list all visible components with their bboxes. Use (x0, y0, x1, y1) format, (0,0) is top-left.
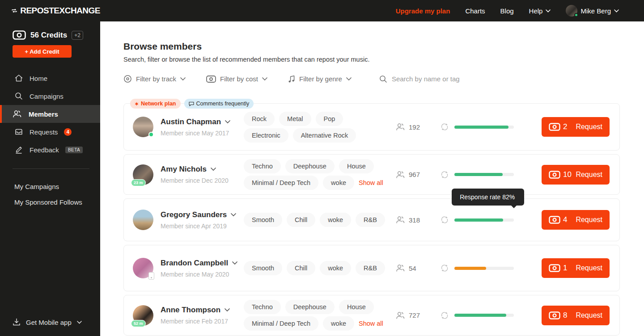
genre-chip: Pop (316, 112, 343, 126)
chevron-down-icon (77, 321, 82, 324)
member-name[interactable]: Amy Nichols (161, 165, 244, 174)
request-cost: 1 (563, 264, 567, 273)
repost-icon (441, 264, 449, 273)
followers-icon (396, 215, 406, 224)
comments-frequently-badge: Comments frequently (184, 99, 254, 109)
credit-icon (549, 171, 560, 179)
followers-count: 54 (396, 264, 431, 273)
request-cost: 10 (563, 170, 572, 179)
request-button[interactable]: 4 Request (542, 210, 610, 230)
response-rate-bar[interactable] (454, 173, 514, 176)
chevron-down-icon (180, 77, 186, 81)
request-button[interactable]: 8 Request (542, 306, 610, 325)
members-list: Network plan Comments frequently Austin … (123, 103, 620, 336)
top-navigation: Upgrade my plan Charts Blog Help Mike Be… (396, 5, 644, 17)
genre-chips: Techno Deephouse House Minimal / Deep Te… (244, 159, 396, 190)
repost-icon (441, 170, 449, 179)
request-label: Request (576, 216, 602, 224)
response-rate-tooltip: Response rate 82% (452, 189, 524, 206)
sidebar-item-my-campaigns[interactable]: My Campaigns (0, 179, 100, 194)
help-menu[interactable]: Help (529, 7, 551, 15)
member-row: 23 m Amy Nichols Member since Dec 2020 T… (123, 154, 620, 195)
genre-chip: Smooth (244, 213, 282, 227)
request-button[interactable]: 2 Request (542, 117, 610, 137)
response-rate-bar[interactable] (454, 314, 514, 317)
credit-icon (549, 264, 560, 272)
member-name-label: Brandon Campbell (161, 259, 228, 268)
request-cost: 8 (563, 311, 567, 320)
filter-by-genre[interactable]: Filter by genre (288, 75, 352, 83)
repostexchange-logo[interactable]: REPOSTEXCHANGE (0, 6, 100, 16)
member-name[interactable]: Anne Thompson (161, 306, 244, 315)
member-name[interactable]: Gregory Saunders (161, 210, 244, 219)
genre-chip: R&B (356, 261, 385, 275)
last-seen-badge: 52 m (131, 320, 146, 327)
member-avatar[interactable]: 23 m (133, 164, 153, 185)
repost-icon (441, 215, 449, 224)
sidebar-item-home[interactable]: Home (0, 69, 100, 87)
genre-chip: woke (320, 261, 351, 275)
genre-chip: House (339, 300, 374, 314)
credit-icon (549, 123, 560, 131)
sidebar-item-requests[interactable]: Requests 4 (0, 123, 100, 141)
member-avatar[interactable] (133, 117, 153, 137)
star-icon (135, 102, 139, 106)
sidebar-item-my-sponsored-follows[interactable]: My Sponsored Follows (0, 194, 100, 210)
member-row: 52 m Anne Thompson Member since Feb 2017… (123, 295, 620, 336)
sidebar-item-feedback[interactable]: Feedback BETA (0, 141, 100, 159)
chevron-down-icon (225, 120, 230, 124)
show-all-link[interactable]: Show all (359, 320, 383, 327)
filter-by-cost[interactable]: Filter by cost (206, 75, 267, 83)
page-subtitle: Search, filter or browse the list of rec… (123, 56, 620, 63)
track-record-icon (123, 75, 132, 83)
credits-count: 56 Credits (30, 31, 67, 40)
online-status-dot (574, 13, 578, 17)
response-rate-cell: Response rate 82% (431, 215, 514, 224)
response-rate-cell (431, 311, 514, 320)
user-name: Mike Berg (580, 7, 611, 15)
genre-chip: Smooth (244, 261, 282, 275)
genre-chip: Alternative Rock (293, 128, 356, 143)
member-avatar[interactable]: 52 m (133, 305, 153, 326)
filter-label: Filter by cost (220, 75, 258, 83)
sidebar-divider (13, 168, 89, 169)
genre-chip: Chill (287, 261, 315, 275)
sidebar-item-members[interactable]: Members (0, 105, 100, 123)
sidebar-item-campaigns[interactable]: Campaigns (0, 87, 100, 105)
get-mobile-app[interactable]: Get Mobile app (13, 318, 82, 326)
response-rate-fill (454, 314, 506, 317)
filter-label: Filter by track (136, 75, 176, 83)
chevron-down-icon (546, 9, 551, 13)
add-credit-button[interactable]: + Add Credit (13, 45, 72, 58)
filter-by-track[interactable]: Filter by track (123, 75, 186, 83)
genre-chip: R&B (356, 213, 385, 227)
request-cost: 4 (563, 215, 567, 224)
response-rate-bar[interactable] (454, 126, 514, 129)
user-menu[interactable]: Mike Berg (566, 5, 619, 17)
response-rate-bar[interactable]: Response rate 82% (454, 218, 514, 222)
member-avatar[interactable] (133, 258, 153, 278)
followers-count: 318 (396, 215, 431, 224)
response-rate-bar[interactable] (454, 267, 514, 270)
show-all-link[interactable]: Show all (359, 179, 383, 186)
search-input[interactable] (392, 75, 517, 83)
charts-link[interactable]: Charts (465, 7, 485, 15)
sidebar-item-label: Feedback (30, 146, 59, 154)
blog-link[interactable]: Blog (500, 7, 514, 15)
sidebar-item-label: Home (30, 75, 47, 82)
member-name[interactable]: Austin Chapman (161, 118, 244, 126)
page-title: Browse members (123, 41, 620, 52)
member-row: Brandon Campbell Member since May 2020 S… (123, 245, 620, 291)
upgrade-plan-link[interactable]: Upgrade my plan (396, 7, 450, 15)
member-avatar[interactable] (133, 210, 153, 230)
member-name[interactable]: Brandon Campbell (161, 259, 244, 268)
request-button[interactable]: 1 Request (542, 258, 610, 278)
followers-number: 54 (409, 265, 416, 272)
chevron-down-icon (614, 9, 619, 13)
sidebar-item-label: Campaigns (30, 92, 64, 100)
genre-chip: Rock (244, 112, 275, 126)
response-rate-fill (454, 126, 508, 129)
get-mobile-app-label: Get Mobile app (26, 319, 72, 326)
pencil-icon (14, 145, 23, 154)
request-button[interactable]: 10 Request (542, 165, 610, 185)
